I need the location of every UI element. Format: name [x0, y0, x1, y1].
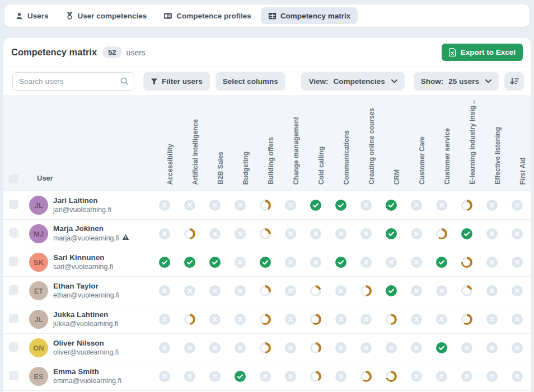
competency-status-cell — [404, 200, 429, 211]
competency-status-cell — [152, 200, 177, 211]
x-icon — [310, 257, 321, 268]
competency-status-cell — [479, 314, 504, 325]
status-partial-icon — [360, 285, 372, 296]
competency-status-cell — [177, 371, 202, 382]
competency-status-cell — [227, 314, 252, 325]
row-checkbox[interactable] — [9, 200, 18, 209]
status-complete-icon — [260, 257, 271, 268]
competency-status-cell — [227, 200, 252, 211]
user-row[interactable]: SKSari Kinnunensari@vuolearning.fi — [3, 248, 531, 277]
x-icon — [436, 285, 447, 296]
search-icon — [120, 77, 129, 86]
status-partial-icon — [310, 371, 321, 382]
status-partial-icon — [461, 285, 472, 296]
competency-column-header: Customer service — [434, 95, 460, 191]
x-icon — [411, 200, 422, 211]
competency-status-cell — [504, 257, 530, 268]
export-to-excel-button[interactable]: Export to Excel — [442, 44, 523, 61]
competency-status-cell — [202, 257, 227, 268]
competency-status-cell — [177, 342, 202, 353]
x-icon — [335, 285, 346, 296]
status-empty-icon — [310, 228, 321, 239]
competency-column-header: Building offers — [258, 95, 283, 191]
select-columns-button[interactable]: Select columns — [216, 72, 285, 91]
status-complete-icon — [386, 200, 397, 211]
status-complete-icon — [335, 257, 346, 268]
competency-column-headers: AccessibilityArtificial IntelligenceB2B … — [157, 95, 531, 191]
competency-column-label: Artificial Intelligence — [192, 119, 199, 185]
x-icon — [360, 200, 372, 211]
user-cell: JLJukka Lahtinenjukka@vuolearning.fi — [29, 310, 152, 329]
competency-status-cell — [227, 257, 252, 268]
user-row[interactable]: JLJari Laitinenjari@vuolearning.fi — [3, 191, 531, 220]
user-row[interactable]: ETEthan Taylorethan@vuolearning.fi — [3, 277, 531, 305]
tab-competence-profiles[interactable]: Competence profiles — [156, 7, 259, 24]
user-row[interactable]: MJMarja Jokinenmarja@vuolearning.fi — [3, 220, 531, 248]
competency-status-cell — [404, 285, 429, 296]
x-icon — [360, 314, 372, 325]
search-input[interactable] — [12, 72, 134, 91]
x-icon — [486, 200, 498, 211]
avatar: ON — [29, 338, 48, 357]
x-icon — [486, 342, 498, 353]
chevron-down-icon — [391, 79, 397, 83]
row-checkbox[interactable] — [9, 342, 18, 352]
check-icon — [159, 257, 170, 268]
status-empty-icon — [159, 228, 170, 239]
user-row[interactable]: ONOliver Nilssonoliver@vuolearning.fi — [3, 334, 531, 362]
user-row[interactable]: ESEmma Smithemma@vuolearning.fi — [3, 362, 531, 391]
status-complete-icon — [461, 228, 472, 239]
sort-button[interactable] — [504, 72, 524, 91]
x-icon — [411, 285, 422, 296]
status-empty-icon — [512, 371, 523, 382]
x-icon — [512, 342, 523, 353]
competency-column-label: Effective listening — [494, 127, 501, 185]
user-cell: JLJari Laitinenjari@vuolearning.fi — [29, 196, 152, 215]
warning-icon — [122, 234, 129, 240]
competency-status-cell — [278, 342, 303, 353]
competency-status-cell — [303, 285, 328, 296]
status-empty-icon — [512, 285, 523, 296]
check-icon — [386, 228, 397, 239]
user-row[interactable]: JLJukka Lahtinenjukka@vuolearning.fi — [3, 305, 531, 334]
row-checkbox[interactable] — [9, 228, 18, 238]
user-icon — [15, 12, 24, 20]
competency-column-label: Customer Care — [419, 136, 425, 185]
competency-status-cell — [429, 285, 454, 296]
status-partial-icon — [360, 371, 372, 382]
row-checkbox[interactable] — [9, 285, 18, 295]
user-column-header: User — [37, 174, 53, 182]
x-icon — [209, 285, 221, 296]
show-count-dropdown[interactable]: Show: 25 users — [414, 72, 499, 91]
competency-status-cell — [479, 257, 504, 268]
competency-status-cell — [202, 200, 227, 211]
funnel-icon — [151, 78, 158, 85]
row-checkbox[interactable] — [9, 371, 18, 380]
row-checkbox[interactable] — [9, 257, 18, 266]
status-empty-icon — [159, 371, 170, 382]
status-empty-icon — [285, 342, 296, 353]
select-all-checkbox[interactable] — [9, 174, 18, 183]
user-cell: MJMarja Jokinenmarja@vuolearning.fi — [29, 224, 152, 243]
x-icon — [209, 200, 221, 211]
status-empty-icon — [159, 342, 170, 353]
panel-header: Competency matrix 52 users Export to Exc… — [3, 38, 531, 67]
filter-users-button[interactable]: Filter users — [143, 72, 210, 91]
avatar: JL — [29, 310, 48, 329]
tab-user-competencies[interactable]: User competencies — [58, 7, 154, 24]
status-complete-icon — [436, 257, 447, 268]
status-empty-icon — [486, 285, 498, 296]
row-checkbox[interactable] — [9, 314, 18, 323]
x-icon — [436, 371, 447, 382]
status-partial-icon — [260, 342, 271, 353]
competency-status-cell — [152, 257, 177, 268]
tab-competency-matrix[interactable]: Competency matrix — [261, 7, 358, 24]
competency-status-cell — [378, 285, 404, 296]
competency-status-cell — [202, 342, 227, 353]
competency-column-label: CRM — [394, 169, 400, 185]
view-dropdown[interactable]: View: Competencies — [301, 72, 404, 91]
status-empty-icon — [512, 200, 523, 211]
tab-users[interactable]: Users — [8, 7, 56, 24]
competency-status-cell — [152, 371, 177, 382]
tab-label: Users — [27, 12, 49, 20]
